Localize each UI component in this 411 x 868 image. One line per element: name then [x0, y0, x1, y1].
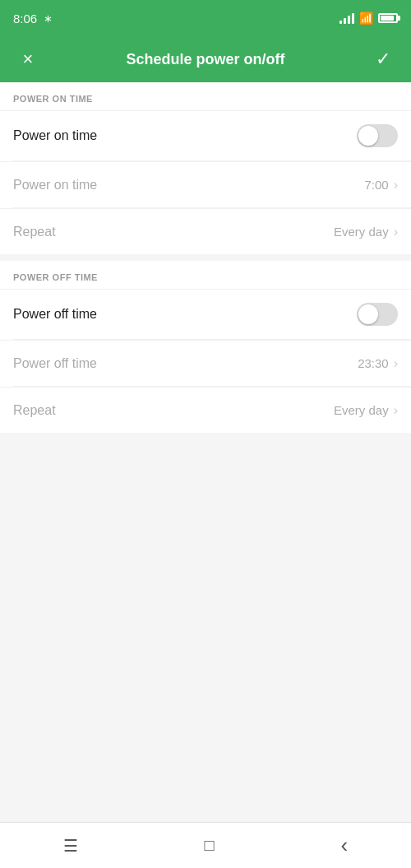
power-on-time-row[interactable]: Power on time 7:00 › — [0, 161, 411, 207]
power-on-header: POWER ON TIME — [0, 82, 411, 110]
bluetooth-icon: ∗ — [44, 12, 53, 25]
clock: 8:06 — [13, 12, 37, 26]
power-on-repeat-label: Repeat — [13, 225, 56, 239]
battery-icon — [378, 13, 398, 23]
power-off-header: POWER OFF TIME — [0, 261, 411, 289]
power-off-toggle-knob — [358, 304, 378, 324]
back-icon[interactable]: ‹ — [340, 833, 348, 858]
power-off-repeat-right: Every day › — [334, 403, 398, 418]
status-right: 📶 — [339, 12, 398, 25]
close-button[interactable]: × — [13, 49, 43, 70]
empty-area — [0, 439, 411, 736]
power-off-toggle[interactable] — [357, 303, 398, 326]
app-bar: × Schedule power on/off ✓ — [0, 36, 411, 82]
power-off-time-chevron: › — [394, 356, 398, 371]
power-on-repeat-chevron: › — [394, 225, 398, 239]
power-on-repeat-value: Every day — [334, 225, 389, 239]
status-left: 8:06 ∗ — [13, 12, 53, 26]
power-on-time-value: 7:00 — [364, 178, 388, 192]
power-on-time-right: 7:00 › — [364, 178, 398, 193]
menu-icon[interactable]: ☰ — [63, 836, 78, 856]
power-off-time-row[interactable]: Power off time 23:30 › — [0, 340, 411, 386]
power-on-repeat-right: Every day › — [334, 225, 398, 239]
power-off-toggle-row[interactable]: Power off time — [0, 289, 411, 339]
power-off-repeat-label: Repeat — [13, 403, 56, 418]
power-off-time-value: 23:30 — [358, 356, 389, 370]
home-icon[interactable]: □ — [205, 836, 215, 855]
power-on-toggle-row[interactable]: Power on time — [0, 110, 411, 160]
power-on-time-label: Power on time — [13, 178, 97, 193]
power-off-time-right: 23:30 › — [358, 356, 398, 371]
power-on-toggle-label: Power on time — [13, 128, 97, 143]
power-on-time-chevron: › — [394, 178, 398, 193]
power-on-repeat-row[interactable]: Repeat Every day › — [0, 208, 411, 254]
page-title: Schedule power on/off — [43, 51, 368, 68]
power-off-repeat-value: Every day — [334, 403, 389, 417]
power-on-toggle[interactable] — [357, 124, 398, 147]
status-bar: 8:06 ∗ 📶 — [0, 0, 411, 36]
confirm-button[interactable]: ✓ — [368, 49, 398, 70]
bottom-nav: ☰ □ ‹ — [0, 822, 411, 868]
power-off-repeat-row[interactable]: Repeat Every day › — [0, 387, 411, 433]
signal-icon — [339, 12, 354, 24]
power-off-section: POWER OFF TIME Power off time Power off … — [0, 261, 411, 433]
power-off-time-label: Power off time — [13, 356, 97, 371]
content: POWER ON TIME Power on time Power on tim… — [0, 82, 411, 822]
power-on-toggle-knob — [358, 126, 378, 146]
wifi-icon: 📶 — [359, 12, 373, 25]
power-off-toggle-label: Power off time — [13, 307, 97, 322]
power-off-repeat-chevron: › — [394, 403, 398, 418]
power-on-section: POWER ON TIME Power on time Power on tim… — [0, 82, 411, 254]
